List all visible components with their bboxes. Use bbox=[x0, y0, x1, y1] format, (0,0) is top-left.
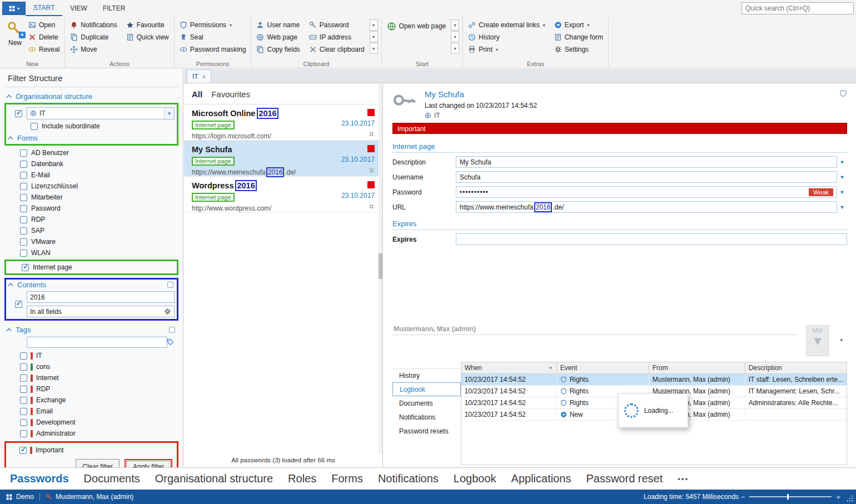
tag-item-exchange[interactable]: Exchange bbox=[20, 395, 178, 406]
tag-search-input[interactable] bbox=[27, 337, 167, 348]
copy-ip-address-button[interactable]: IP address bbox=[307, 32, 366, 43]
tab-logbook[interactable]: Logbook bbox=[392, 382, 461, 396]
password-field[interactable]: •••••••••• Weak bbox=[456, 186, 837, 198]
checkbox[interactable] bbox=[20, 238, 27, 246]
open-web-page-dropdown-1[interactable]: ▾ bbox=[451, 19, 459, 31]
section-contents[interactable]: Contents bbox=[8, 281, 175, 289]
column-header-event[interactable]: Event bbox=[557, 362, 649, 373]
password-dropdown[interactable]: ▾ bbox=[370, 31, 378, 42]
history-button[interactable]: History bbox=[466, 32, 546, 43]
checkbox[interactable] bbox=[20, 194, 27, 201]
scrollbar-thumb[interactable] bbox=[379, 253, 382, 279]
checkbox[interactable] bbox=[20, 419, 27, 426]
form-item-internet-page[interactable]: Internet page bbox=[22, 262, 175, 272]
contents-section-checkbox[interactable] bbox=[167, 282, 173, 288]
app-menu-button[interactable]: ▾ bbox=[2, 2, 26, 15]
list-item[interactable]: Wordpress2016 Internet page http://www.w… bbox=[184, 177, 382, 213]
zoom-slider[interactable] bbox=[749, 496, 832, 497]
checkbox[interactable] bbox=[20, 172, 27, 179]
tags-section-checkbox[interactable] bbox=[169, 327, 175, 333]
table-row[interactable]: 10/23/2017 14:54:52 Rights Mustermann, M… bbox=[461, 374, 847, 386]
column-header-when[interactable]: When▼ bbox=[461, 362, 557, 373]
tab-filter[interactable]: FILTER bbox=[95, 1, 133, 16]
zoom-slider-thumb[interactable] bbox=[787, 494, 789, 500]
tag-item-rdp[interactable]: RDP bbox=[20, 383, 178, 395]
form-item-datenbank[interactable]: Datenbank bbox=[20, 158, 178, 169]
field-menu-dropdown[interactable]: ▼ bbox=[837, 159, 847, 165]
module-logbook[interactable]: Logbook bbox=[454, 472, 496, 485]
description-field[interactable]: My Schufa bbox=[456, 156, 837, 168]
tag-item-administrator[interactable]: Administrator bbox=[20, 428, 178, 439]
zoom-out-button[interactable]: − bbox=[739, 493, 748, 501]
checkbox[interactable] bbox=[20, 430, 27, 437]
password-masking-button[interactable]: Password masking bbox=[178, 44, 248, 55]
module-passwords[interactable]: Passwords bbox=[10, 472, 69, 485]
resize-grip-icon[interactable] bbox=[846, 495, 854, 502]
open-web-page-dropdown-2[interactable]: ▾ bbox=[451, 31, 459, 42]
user-name-dropdown[interactable]: ▾ bbox=[370, 19, 378, 31]
document-tab-it[interactable]: IT × bbox=[187, 69, 211, 83]
dropdown-button[interactable]: ▾ bbox=[164, 108, 174, 119]
form-item-password[interactable]: Password bbox=[20, 203, 178, 214]
change-form-button[interactable]: Change form bbox=[553, 32, 605, 43]
new-button[interactable]: + New bbox=[3, 18, 27, 59]
include-subordinate-checkbox[interactable] bbox=[31, 123, 38, 130]
username-field[interactable]: Schufa bbox=[456, 171, 837, 183]
checkbox[interactable] bbox=[19, 447, 27, 454]
checkbox[interactable] bbox=[22, 264, 29, 271]
list-scrollbar[interactable] bbox=[379, 84, 382, 453]
checkbox[interactable] bbox=[20, 352, 27, 360]
seal-button[interactable]: Seal bbox=[178, 32, 248, 43]
open-web-page-dropdown-3[interactable]: ▾ bbox=[451, 43, 459, 54]
tag-item-it[interactable]: IT bbox=[20, 350, 178, 361]
checkbox[interactable] bbox=[20, 216, 27, 223]
form-item-wlan[interactable]: WLAN bbox=[20, 247, 178, 258]
contents-scope-select[interactable]: In all fields bbox=[27, 306, 175, 317]
close-icon[interactable]: × bbox=[202, 73, 206, 80]
section-organisational-structure[interactable]: Organisational structure bbox=[4, 92, 178, 101]
section-forms[interactable]: Forms bbox=[8, 134, 175, 142]
more-modules-button[interactable]: ••• bbox=[678, 475, 689, 483]
copy-password-button[interactable]: Password bbox=[307, 19, 366, 31]
checkbox[interactable] bbox=[20, 375, 27, 382]
quick-view-button[interactable]: Quick view bbox=[125, 32, 171, 43]
checkbox[interactable] bbox=[20, 205, 27, 212]
tab-history[interactable]: History bbox=[392, 368, 461, 382]
form-item-lizenzschluessel[interactable]: Lizenzschlüssel bbox=[20, 181, 178, 192]
list-item-selected[interactable]: My Schufa Internet page https://www.mein… bbox=[184, 141, 382, 177]
contents-search-input[interactable] bbox=[27, 291, 175, 303]
checkbox[interactable] bbox=[20, 149, 27, 157]
module-documents[interactable]: Documents bbox=[84, 472, 140, 485]
open-web-page-button[interactable]: Open web page bbox=[385, 19, 448, 33]
expires-field[interactable] bbox=[456, 233, 847, 245]
column-header-description[interactable]: Description bbox=[745, 362, 847, 373]
copy-web-page-button[interactable]: Web page bbox=[255, 32, 301, 43]
checkbox[interactable] bbox=[20, 363, 27, 371]
shield-icon[interactable] bbox=[839, 89, 847, 97]
checkbox[interactable] bbox=[20, 227, 27, 234]
create-external-links-button[interactable]: Create external links▾ bbox=[466, 19, 546, 31]
module-roles[interactable]: Roles bbox=[288, 472, 316, 485]
move-button[interactable]: Move bbox=[68, 44, 118, 55]
tag-item-cons[interactable]: cons bbox=[20, 361, 178, 372]
checkbox[interactable] bbox=[20, 183, 27, 190]
checkbox[interactable] bbox=[20, 249, 27, 257]
org-unit-select[interactable]: IT ▾ bbox=[27, 107, 175, 119]
copy-user-name-button[interactable]: User name bbox=[255, 19, 301, 31]
contents-filter-checkbox[interactable] bbox=[15, 301, 22, 308]
quick-search-input[interactable] bbox=[741, 2, 854, 14]
permissions-button[interactable]: Permissions▾ bbox=[178, 19, 248, 31]
print-button[interactable]: Print▾ bbox=[466, 44, 546, 55]
tag-item-internet[interactable]: Internet bbox=[20, 372, 178, 383]
column-header-from[interactable]: From bbox=[649, 362, 745, 373]
field-menu-dropdown[interactable]: ▼ bbox=[837, 204, 847, 210]
checkbox[interactable] bbox=[20, 397, 27, 404]
tab-view[interactable]: VIEW bbox=[62, 1, 95, 16]
filter-dropdown-icon[interactable]: ▼ bbox=[549, 366, 553, 371]
clear-clipboard-button[interactable]: Clear clipboard bbox=[307, 44, 366, 55]
list-item[interactable]: Microsoft Online2016 Internet page https… bbox=[184, 104, 382, 141]
settings-button[interactable]: Settings bbox=[553, 44, 605, 55]
tab-notifications[interactable]: Notifications bbox=[392, 410, 461, 424]
form-item-email[interactable]: E-Mail bbox=[20, 169, 178, 181]
module-password-reset[interactable]: Password reset bbox=[586, 472, 663, 485]
